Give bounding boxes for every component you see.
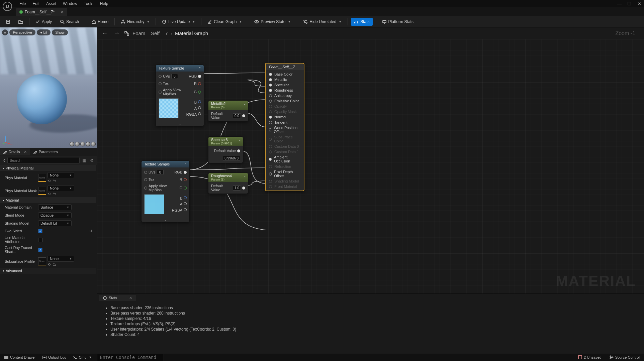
- pin-metallic[interactable]: Metallic: [266, 77, 304, 82]
- node-metallic[interactable]: Metallic2Param (0)⌄ Default Value0.0: [208, 100, 248, 122]
- shape-custom-button[interactable]: [91, 142, 96, 146]
- shape-cylinder-button[interactable]: [70, 142, 74, 146]
- pin-pixel-depth-offset[interactable]: Pixel Depth Offset: [266, 169, 304, 178]
- output-pin[interactable]: [198, 75, 201, 78]
- collapse-icon[interactable]: ⌃: [198, 67, 201, 70]
- input-pin[interactable]: [144, 171, 147, 174]
- node-roughness[interactable]: Roughness4Param (1)⌄ Default Value1.0: [208, 172, 248, 194]
- pin-normal[interactable]: Normal: [266, 114, 304, 120]
- document-tab[interactable]: Foam__Self__7* ✕: [16, 8, 67, 16]
- value-input[interactable]: 0.996078: [223, 156, 240, 161]
- expand-icon[interactable]: ⌄: [142, 217, 189, 222]
- collapse-icon[interactable]: ⌃: [184, 162, 187, 166]
- viewport-menu-button[interactable]: ≡: [2, 29, 8, 35]
- live-update-button[interactable]: Live Update▼: [159, 18, 198, 26]
- node-specular[interactable]: Specular3Param (0,9961)⌄ Default Value0.…: [208, 136, 243, 163]
- pin-roughness[interactable]: Roughness: [266, 88, 304, 93]
- value-input[interactable]: 1.0: [233, 186, 241, 191]
- output-pin[interactable]: [198, 91, 201, 94]
- content-drawer-button[interactable]: Content Drawer: [3, 355, 37, 360]
- category-physical-material[interactable]: Physical Material: [0, 165, 96, 171]
- input-pin[interactable]: [159, 82, 162, 85]
- shape-sphere-button[interactable]: [75, 142, 80, 146]
- pin-emissive[interactable]: Emissive Color: [266, 98, 304, 104]
- output-pin[interactable]: [184, 202, 187, 205]
- hierarchy-button[interactable]: Hierarchy▼: [118, 18, 153, 26]
- details-search-input[interactable]: [7, 157, 80, 164]
- node-texture-sample-1[interactable]: Texture Sample⌃ UVs0RGB TexR Apply View …: [156, 65, 204, 126]
- close-icon[interactable]: ✕: [24, 150, 27, 154]
- asset-thumbnail[interactable]: None: [38, 174, 46, 182]
- browse-icon[interactable]: 🗀: [53, 179, 56, 183]
- menu-asset[interactable]: Asset: [43, 0, 60, 7]
- input-pin[interactable]: [144, 178, 147, 181]
- cast-ray-traced-shadows-checkbox[interactable]: [38, 248, 42, 252]
- output-pin[interactable]: [198, 100, 201, 103]
- output-pin[interactable]: [242, 187, 245, 190]
- pin-world-position-offset[interactable]: World Position Offset: [266, 125, 304, 134]
- stats-body[interactable]: Base pass shader: 236 instructionsBase p…: [97, 302, 644, 354]
- pin-anisotropy[interactable]: Anisotropy: [266, 93, 304, 98]
- material-graph[interactable]: Texture Sample⌃ UVs0RGB TexR Apply View …: [97, 39, 644, 293]
- collapse-icon[interactable]: ⌄: [243, 174, 246, 178]
- preview-viewport[interactable]: ≡ Perspective ●Lit Show zx: [0, 27, 97, 148]
- collapse-icon[interactable]: ⌄: [243, 102, 246, 106]
- viewport-lit-button[interactable]: ●Lit: [37, 29, 51, 35]
- blend-mode-dropdown[interactable]: Opaque▼: [38, 212, 72, 218]
- nav-forward-button[interactable]: →: [112, 29, 121, 37]
- shape-cube-button[interactable]: [86, 142, 90, 146]
- close-icon[interactable]: ✕: [129, 296, 132, 300]
- breadcrumb-root[interactable]: Foam__Self__7: [132, 30, 168, 36]
- tab-stats[interactable]: Stats✕: [99, 295, 136, 301]
- two-sided-checkbox[interactable]: [38, 229, 42, 233]
- home-button[interactable]: Home: [88, 18, 111, 26]
- pin-specular[interactable]: Specular: [266, 82, 304, 88]
- menu-window[interactable]: Window: [60, 0, 81, 7]
- nav-back-button[interactable]: ←: [100, 29, 109, 37]
- use-selected-icon[interactable]: ⟲: [48, 192, 51, 196]
- shading-model-dropdown[interactable]: Default Lit▼: [38, 220, 72, 226]
- menu-edit[interactable]: Edit: [29, 0, 43, 7]
- use-material-attributes-checkbox[interactable]: [38, 238, 42, 242]
- node-material-result[interactable]: Foam__Self__7 Base Color Metallic Specul…: [265, 63, 304, 191]
- stats-button[interactable]: Stats: [351, 18, 372, 26]
- console-command-input[interactable]: [97, 354, 164, 361]
- output-pin[interactable]: [237, 149, 240, 152]
- gear-icon[interactable]: ⚙: [89, 157, 95, 163]
- shape-plane-button[interactable]: [80, 142, 85, 146]
- output-pin[interactable]: [184, 171, 187, 174]
- viewport-perspective-button[interactable]: Perspective: [9, 29, 35, 35]
- reset-icon[interactable]: ↺: [89, 229, 94, 233]
- clean-graph-button[interactable]: Clean Graph▼: [204, 18, 245, 26]
- phys-material-mask-dropdown[interactable]: None▼: [48, 185, 74, 191]
- grid-icon[interactable]: ▦: [81, 157, 87, 163]
- minimize-button[interactable]: —: [617, 1, 622, 6]
- output-pin[interactable]: [184, 208, 187, 211]
- menu-help[interactable]: Help: [97, 0, 112, 7]
- browse-icon[interactable]: 🗀: [53, 192, 56, 196]
- output-pin[interactable]: [184, 187, 187, 190]
- search-button[interactable]: Search: [57, 18, 82, 26]
- pin-base-color[interactable]: Base Color: [266, 72, 304, 77]
- category-advanced[interactable]: Advanced: [0, 268, 96, 274]
- use-selected-icon[interactable]: ⟲: [48, 179, 51, 183]
- input-pin[interactable]: [159, 91, 162, 94]
- node-texture-sample-2[interactable]: Texture Sample⌃ UVs0RGB TexR Apply View …: [141, 160, 190, 222]
- platform-stats-button[interactable]: Platform Stats: [379, 18, 417, 26]
- menu-file[interactable]: File: [16, 0, 29, 7]
- tab-details[interactable]: Details✕: [0, 148, 30, 155]
- browse-button[interactable]: [15, 18, 26, 26]
- menu-tools[interactable]: Tools: [81, 0, 97, 7]
- details-panel[interactable]: Physical Material Phys Material None Non…: [0, 165, 97, 354]
- source-control-button[interactable]: Source Control: [608, 355, 641, 360]
- apply-button[interactable]: Apply: [32, 18, 55, 26]
- browse-icon[interactable]: 🗀: [53, 262, 56, 267]
- pin-tangent[interactable]: Tangent: [266, 120, 304, 125]
- value-input[interactable]: 0.0: [233, 113, 241, 118]
- tab-parameters[interactable]: Parameters: [30, 148, 61, 155]
- texture-preview[interactable]: [159, 98, 179, 118]
- output-log-button[interactable]: Output Log: [41, 355, 68, 360]
- output-pin[interactable]: [242, 114, 245, 117]
- save-button[interactable]: [3, 18, 13, 26]
- unsaved-button[interactable]: 2 Unsaved: [576, 355, 603, 360]
